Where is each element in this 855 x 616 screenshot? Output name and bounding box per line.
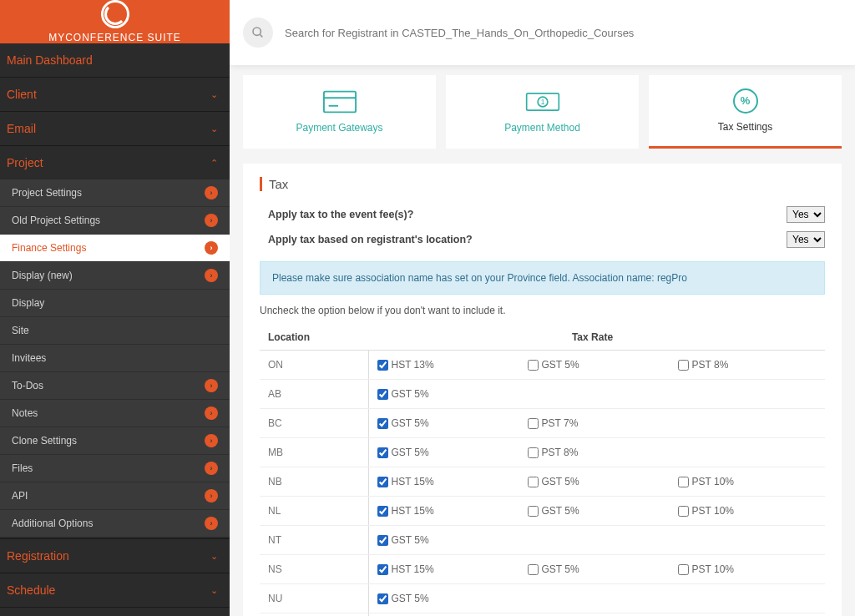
tax-checkbox[interactable] bbox=[528, 447, 539, 458]
percent-icon: % bbox=[728, 89, 763, 113]
tax-option[interactable]: HST 13% bbox=[377, 359, 478, 371]
tax-option[interactable]: PST 10% bbox=[678, 563, 778, 575]
tax-checkbox[interactable] bbox=[377, 418, 388, 429]
tax-option[interactable]: GST 5% bbox=[377, 593, 478, 604]
tax-checkbox[interactable] bbox=[678, 360, 689, 371]
tax-checkbox[interactable] bbox=[377, 535, 388, 546]
tax-option-label: GST 5% bbox=[542, 563, 579, 575]
nav-finance-settings[interactable]: Finance Settings› bbox=[0, 235, 230, 262]
select-tax-location[interactable]: Yes bbox=[787, 231, 825, 248]
tab-label: Payment Gateways bbox=[296, 122, 382, 134]
tax-checkbox[interactable] bbox=[377, 564, 388, 575]
nav-notes[interactable]: Notes› bbox=[0, 400, 230, 427]
nav-project[interactable]: Project⌃ bbox=[0, 146, 230, 179]
tax-checkbox[interactable] bbox=[377, 447, 388, 458]
tax-option[interactable]: HST 15% bbox=[377, 476, 478, 487]
card-icon bbox=[322, 90, 357, 114]
nav-old-project-settings[interactable]: Old Project Settings› bbox=[0, 207, 230, 235]
chevron-right-icon: › bbox=[205, 351, 218, 365]
nav-api[interactable]: API› bbox=[0, 482, 230, 510]
tab-tax-settings[interactable]: % Tax Settings bbox=[649, 75, 842, 149]
main-content: Payment Gateways 1 Payment Method % Tax … bbox=[230, 0, 855, 616]
nav-clone-settings[interactable]: Clone Settings› bbox=[0, 427, 230, 455]
tax-checkbox[interactable] bbox=[377, 593, 388, 604]
nav-invitees[interactable]: Invitees› bbox=[0, 345, 230, 372]
location-cell: AB bbox=[260, 380, 368, 409]
nav-registration[interactable]: Registration⌄ bbox=[0, 539, 230, 573]
location-cell: NT bbox=[260, 526, 368, 555]
nav-display[interactable]: Display› bbox=[0, 290, 230, 317]
tax-checkbox[interactable] bbox=[678, 506, 689, 517]
tax-option-label: PST 8% bbox=[692, 359, 729, 371]
tax-option[interactable]: PST 10% bbox=[678, 505, 778, 517]
nav-schedule[interactable]: Schedule⌄ bbox=[0, 573, 230, 607]
tab-payment-gateways[interactable]: Payment Gateways bbox=[243, 75, 436, 149]
tax-panel: Tax Apply tax to the event fee(s)? Yes A… bbox=[243, 164, 842, 616]
chevron-down-icon: ⌄ bbox=[210, 124, 218, 134]
tax-option-label: GST 5% bbox=[392, 447, 429, 458]
table-row: MB GST 5% PST 8% bbox=[260, 438, 825, 467]
tax-checkbox[interactable] bbox=[377, 360, 388, 371]
tax-checkbox[interactable] bbox=[377, 506, 388, 517]
nav-client[interactable]: Client⌄ bbox=[0, 78, 230, 111]
tax-checkbox[interactable] bbox=[377, 389, 388, 400]
arrow-right-icon: › bbox=[205, 186, 218, 199]
nav-todos[interactable]: To-Dos› bbox=[0, 372, 230, 400]
tax-option[interactable]: GST 5% bbox=[528, 563, 628, 575]
tax-checkbox[interactable] bbox=[678, 477, 689, 487]
tax-checkbox[interactable] bbox=[528, 360, 539, 371]
tax-option[interactable]: GST 5% bbox=[377, 534, 478, 546]
tax-option[interactable]: HST 15% bbox=[377, 563, 478, 575]
tax-option[interactable]: PST 10% bbox=[678, 476, 778, 487]
tax-option-label: GST 5% bbox=[392, 388, 429, 400]
table-row: NT GST 5% bbox=[260, 526, 825, 555]
col-location: Location bbox=[260, 325, 368, 351]
nav-display-new[interactable]: Display (new)› bbox=[0, 262, 230, 290]
location-cell: ON bbox=[260, 351, 368, 380]
tax-option[interactable]: PST 8% bbox=[528, 447, 628, 458]
tax-checkbox[interactable] bbox=[528, 418, 539, 429]
tax-option[interactable]: GST 5% bbox=[528, 359, 628, 371]
nav-additional-options[interactable]: Additional Options› bbox=[0, 510, 230, 538]
location-cell: BC bbox=[260, 409, 368, 438]
rate-cell: GST 5% bbox=[368, 380, 825, 409]
nav-email[interactable]: Email⌄ bbox=[0, 112, 230, 145]
tax-checkbox[interactable] bbox=[528, 477, 539, 487]
tax-option[interactable]: GST 5% bbox=[528, 505, 628, 517]
tax-checkbox[interactable] bbox=[528, 506, 539, 517]
search-input[interactable] bbox=[285, 27, 702, 39]
tax-checkbox[interactable] bbox=[377, 477, 388, 487]
arrow-right-icon: › bbox=[205, 379, 218, 392]
nav-virtual-portal[interactable]: Virtual Portal⌄ bbox=[0, 608, 230, 616]
question-tax-location: Apply tax based on registrant's location… bbox=[260, 228, 825, 253]
tax-option[interactable]: HST 15% bbox=[377, 505, 478, 517]
rate-cell: GST 5% bbox=[368, 584, 825, 613]
nav-site[interactable]: Site› bbox=[0, 317, 230, 345]
tax-option-label: HST 15% bbox=[392, 563, 434, 575]
tax-option[interactable]: GST 5% bbox=[377, 388, 478, 400]
tax-option[interactable]: GST 5% bbox=[528, 476, 628, 487]
tax-option-label: HST 15% bbox=[392, 505, 434, 517]
nav-main-dashboard[interactable]: Main Dashboard bbox=[0, 43, 230, 77]
search-icon[interactable] bbox=[243, 18, 273, 48]
nav-project-settings[interactable]: Project Settings› bbox=[0, 179, 230, 207]
tax-option[interactable]: PST 8% bbox=[678, 359, 778, 371]
tax-checkbox[interactable] bbox=[678, 564, 689, 575]
tab-payment-method[interactable]: 1 Payment Method bbox=[446, 75, 639, 149]
tax-option[interactable]: PST 7% bbox=[528, 417, 628, 429]
chevron-down-icon: ⌄ bbox=[210, 551, 218, 562]
table-row: BC GST 5% PST 7% bbox=[260, 409, 825, 438]
tax-option-label: PST 10% bbox=[692, 563, 734, 575]
rate-cell: GST 5% bbox=[368, 526, 825, 555]
svg-rect-2 bbox=[323, 92, 355, 113]
nav-files[interactable]: Files› bbox=[0, 455, 230, 482]
tax-checkbox[interactable] bbox=[528, 564, 539, 575]
tax-option[interactable]: GST 5% bbox=[377, 447, 478, 458]
table-row: NU GST 5% bbox=[260, 584, 825, 613]
tax-option-label: GST 5% bbox=[392, 417, 429, 429]
rate-cell: HST 13% GST 5% PST 8% bbox=[368, 351, 825, 380]
tax-option[interactable]: GST 5% bbox=[377, 417, 478, 429]
select-apply-tax[interactable]: Yes bbox=[787, 206, 825, 223]
topbar bbox=[230, 0, 855, 65]
tax-table: Location Tax Rate ON HST 13% GST 5% PST … bbox=[260, 325, 825, 616]
